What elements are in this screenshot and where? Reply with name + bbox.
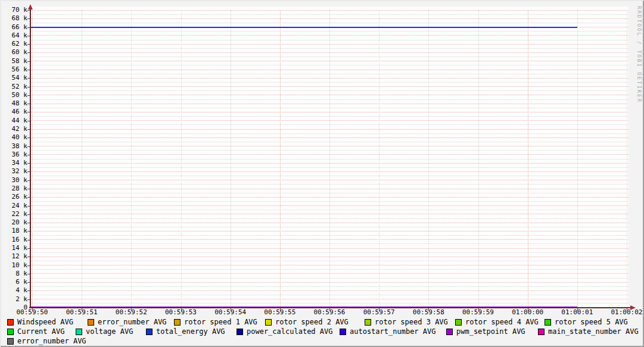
gridline-x-minor — [379, 10, 379, 308]
y-axis-label: 40 k — [1, 134, 27, 141]
y-axis-label: 42 k — [1, 126, 27, 133]
legend-swatch — [76, 329, 82, 335]
legend-swatch — [88, 319, 94, 326]
gridline-x-major — [528, 10, 528, 308]
y-axis-label: 34 k — [1, 160, 27, 167]
legend-swatch — [265, 319, 272, 326]
y-axis-label: 4 k — [1, 287, 27, 294]
x-axis-label: 00:59:51 — [58, 309, 105, 316]
gridline-x-minor — [181, 10, 182, 308]
y-axis-label: 64 k — [1, 32, 27, 39]
y-axis-label: 60 k — [1, 49, 27, 56]
y-axis-label: 70 k — [1, 7, 27, 14]
y-axis-tick — [27, 265, 30, 266]
y-axis-label: 20 k — [1, 219, 27, 226]
legend-swatch — [7, 329, 14, 335]
legend-swatch — [446, 329, 453, 335]
y-axis-tick — [27, 44, 30, 45]
legend-item: rotor speed 4 AVG — [455, 318, 539, 326]
y-axis-tick — [27, 257, 30, 257]
y-axis-tick — [27, 299, 30, 300]
legend-item: rotor speed 5 AVG — [545, 318, 628, 326]
y-axis-tick — [27, 180, 30, 181]
gridline-x-minor — [428, 10, 429, 308]
x-axis-label: 01:00:01 — [553, 309, 601, 316]
y-axis-label: 50 k — [1, 92, 27, 99]
legend-item: power_calculated AVG — [237, 328, 333, 336]
x-axis-label: 00:59:57 — [355, 309, 403, 316]
legend-label: pwm_setpoint AVG — [456, 328, 525, 336]
y-axis-label: 10 k — [1, 262, 27, 269]
y-axis-tick — [27, 231, 30, 232]
y-axis — [30, 6, 31, 308]
y-axis-tick — [27, 214, 30, 215]
y-axis-label: 62 k — [1, 40, 27, 48]
y-axis-label: 68 k — [1, 15, 27, 22]
y-axis-tick — [27, 282, 30, 283]
y-axis-label: 48 k — [1, 100, 27, 107]
y-axis-label: 28 k — [1, 185, 27, 192]
gridline-x-major — [32, 10, 33, 308]
y-axis-tick — [27, 18, 30, 19]
legend-swatch — [7, 338, 14, 345]
gridline-x-major — [280, 10, 281, 308]
legend-label: rotor speed 1 AVG — [184, 318, 257, 326]
x-axis-label: 00:59:53 — [157, 309, 205, 316]
y-axis-tick — [27, 146, 30, 147]
y-axis-label: 8 k — [1, 270, 27, 277]
y-axis-label: 36 k — [1, 151, 27, 158]
legend-label: Windspeed AVG — [17, 318, 73, 326]
rrdtool-graph: 70 k68 k66 k64 k62 k60 k58 k56 k54 k52 k… — [0, 0, 644, 347]
legend-swatch — [237, 329, 243, 335]
y-axis-tick — [27, 171, 30, 172]
x-axis-label: 00:59:55 — [256, 309, 304, 316]
y-axis-label: 56 k — [1, 66, 27, 73]
x-axis-label: 01:00:02 — [603, 309, 644, 316]
gridline-x-minor — [577, 10, 578, 308]
y-axis-label: 14 k — [1, 245, 27, 252]
y-axis-arrow-icon — [28, 4, 33, 10]
legend-swatch — [455, 319, 462, 326]
y-axis-tick — [27, 129, 30, 130]
gridline-x-minor — [82, 10, 82, 308]
y-axis-tick — [27, 52, 30, 53]
x-axis-label: 01:00:00 — [504, 309, 552, 316]
x-axis-label: 00:59:50 — [8, 309, 56, 316]
legend-swatch — [174, 319, 181, 326]
y-axis-tick — [27, 70, 30, 70]
y-axis-label: 46 k — [1, 108, 27, 115]
y-axis-tick — [27, 248, 30, 249]
y-axis-label: 30 k — [1, 177, 27, 184]
y-axis-tick — [27, 189, 30, 189]
x-axis-label: 00:59:54 — [207, 309, 254, 316]
y-axis-label: 58 k — [1, 58, 27, 65]
y-axis-tick — [27, 104, 30, 104]
y-axis-tick — [27, 95, 30, 96]
gridline-x-minor — [231, 10, 231, 308]
legend-item: autostart_number AVG — [340, 328, 436, 336]
y-axis-tick — [27, 163, 30, 164]
y-axis-tick — [27, 112, 30, 112]
gridline-x-minor — [627, 10, 627, 308]
y-axis-label: 2 k — [1, 296, 27, 303]
x-axis-label: 00:59:59 — [455, 309, 502, 316]
y-axis-label: 44 k — [1, 117, 27, 124]
y-axis-tick — [27, 155, 30, 155]
legend-swatch — [146, 329, 153, 335]
y-axis-tick — [27, 10, 30, 11]
legend-item: rotor speed 3 AVG — [365, 318, 448, 326]
y-axis-tick — [27, 121, 30, 121]
y-axis-label: 22 k — [1, 211, 27, 218]
y-axis-tick — [27, 36, 30, 36]
legend-swatch — [545, 319, 551, 326]
gridline-x-minor — [478, 10, 479, 308]
y-axis-label: 16 k — [1, 236, 27, 243]
legend-item: error_number AVG — [7, 337, 86, 345]
legend-label: power_calculated AVG — [247, 328, 333, 336]
legend-label: Current AVG — [17, 328, 64, 336]
legend-label: total_energy AVG — [156, 328, 225, 336]
legend-label: main_state_number AVG — [548, 328, 639, 336]
legend-swatch — [365, 319, 371, 326]
legend-label: voltage AVG — [86, 328, 133, 336]
legend-label: rotor speed 4 AVG — [465, 318, 539, 326]
